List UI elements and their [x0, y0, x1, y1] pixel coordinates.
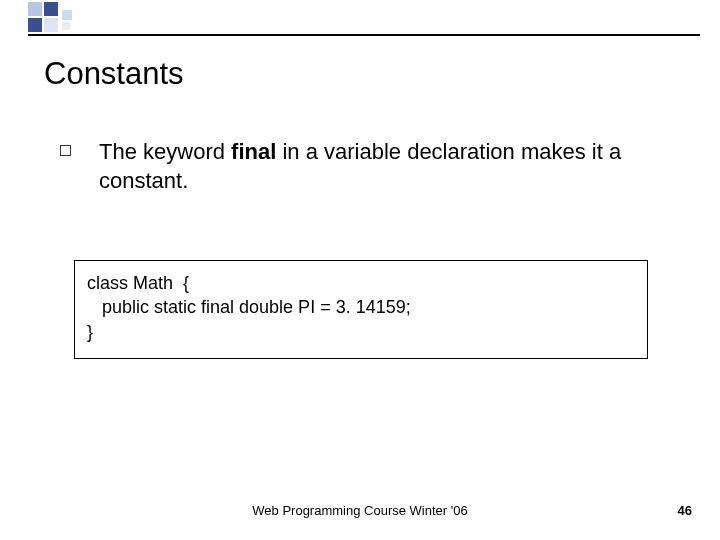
deco-square [28, 18, 42, 32]
slide-footer: Web Programming Course Winter '06 [0, 503, 720, 518]
slide-title: Constants [44, 56, 184, 92]
bullet-square-icon [60, 145, 71, 156]
deco-square [44, 2, 58, 16]
deco-square [44, 18, 58, 32]
page-number: 46 [678, 503, 692, 518]
corner-decoration [0, 0, 720, 30]
deco-square [62, 22, 70, 30]
code-line: } [87, 320, 635, 344]
code-line: class Math { [87, 271, 635, 295]
code-line: public static final double PI = 3. 14159… [87, 295, 635, 319]
horizontal-rule [28, 34, 700, 36]
bullet-bold: final [231, 139, 276, 164]
deco-square [28, 2, 42, 16]
bullet-pre: The keyword [99, 139, 231, 164]
deco-square [62, 10, 72, 20]
bullet-text: The keyword final in a variable declarat… [99, 138, 672, 195]
bullet-item: The keyword final in a variable declarat… [60, 138, 672, 195]
code-example-box: class Math { public static final double … [74, 260, 648, 359]
